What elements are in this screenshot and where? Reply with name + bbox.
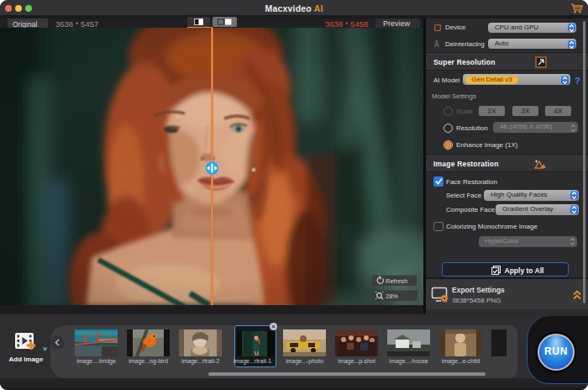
svg-text:28%: 28%	[386, 292, 398, 300]
svg-text:Refresh: Refresh	[386, 277, 407, 285]
